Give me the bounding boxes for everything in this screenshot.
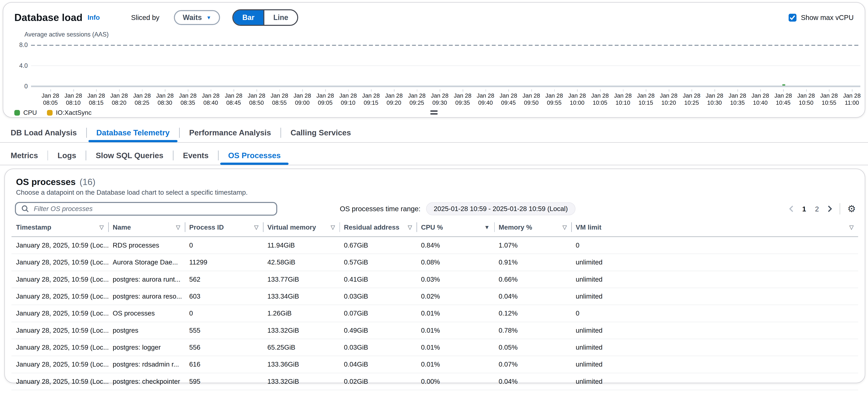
filter-os-processes-input[interactable] xyxy=(33,204,271,213)
column-filter-icon[interactable]: ▽ xyxy=(408,224,412,231)
table-cell: unlimited xyxy=(571,339,858,356)
table-cell: RDS processes xyxy=(108,237,185,254)
column-filter-icon[interactable]: ▽ xyxy=(331,224,335,231)
x-tick-label: Jan 2810:25 xyxy=(680,89,703,106)
table-cell: January 28, 2025, 10:59 (Loc... xyxy=(11,322,108,339)
x-tick-label: Jan 2809:45 xyxy=(497,89,520,106)
line-toggle-button[interactable]: Line xyxy=(264,10,297,25)
table-cell: 0.67GiB xyxy=(340,237,417,254)
legend-item[interactable]: IO:XactSync xyxy=(47,109,92,116)
table-cell: 556 xyxy=(185,339,263,356)
previous-page-button[interactable] xyxy=(785,204,798,214)
x-tick-label: Jan 2810:05 xyxy=(589,89,612,106)
subtab-os-processes[interactable]: OS Processes xyxy=(219,146,290,165)
table-cell: 603 xyxy=(185,288,263,305)
os-processes-card: OS processes (16) Choose a datapoint on … xyxy=(4,169,865,383)
next-page-button[interactable] xyxy=(823,204,836,214)
page-button-2[interactable]: 2 xyxy=(811,204,824,214)
filter-input-box[interactable] xyxy=(15,202,277,216)
x-tick-label: Jan 2808:40 xyxy=(199,89,222,106)
database-load-panel: Database load Info Sliced by Waits ▼ Bar… xyxy=(3,2,865,118)
main-tabs: DB Load AnalysisDatabase TelemetryPerfor… xyxy=(0,123,868,143)
checkbox-checked-icon[interactable] xyxy=(788,14,797,22)
table-cell: 0.78% xyxy=(494,322,571,339)
column-header-process-id[interactable]: Process ID▽ xyxy=(185,222,263,237)
tab-performance-analysis[interactable]: Performance Analysis xyxy=(180,123,280,142)
x-tick-label: Jan 2808:30 xyxy=(154,89,177,106)
x-tick-label: Jan 2809:30 xyxy=(428,89,451,106)
os-processes-header: OS processes (16) xyxy=(16,177,858,187)
table-cell: 0.01% xyxy=(416,305,494,322)
x-tick-label: Jan 2810:45 xyxy=(772,89,795,106)
column-filter-icon[interactable]: ▽ xyxy=(562,224,567,231)
page: Database load Info Sliced by Waits ▼ Bar… xyxy=(0,0,868,393)
bar-toggle-button[interactable]: Bar xyxy=(233,10,264,25)
x-tick-label: Jan 2810:30 xyxy=(703,89,726,106)
table-row[interactable]: January 28, 2025, 10:59 (Loc...RDS proce… xyxy=(11,237,858,254)
table-row[interactable]: January 28, 2025, 10:59 (Loc...postgres:… xyxy=(11,373,858,390)
tab-database-telemetry[interactable]: Database Telemetry xyxy=(87,123,179,142)
tab-db-load-analysis[interactable]: DB Load Analysis xyxy=(1,123,87,142)
time-range-label: OS processes time range: xyxy=(340,205,420,213)
table-row[interactable]: January 28, 2025, 10:59 (Loc...postgres:… xyxy=(11,390,858,393)
panel-title: Database load xyxy=(14,12,83,23)
table-cell: 0.01% xyxy=(416,322,494,339)
table-cell: 0.05% xyxy=(494,339,571,356)
column-header-timestamp[interactable]: Timestamp▽ xyxy=(11,222,108,237)
table-row[interactable]: January 28, 2025, 10:59 (Loc...postgres:… xyxy=(11,271,858,288)
table-cell: 0.04GiB xyxy=(340,356,417,373)
table-row[interactable]: January 28, 2025, 10:59 (Loc...Aurora St… xyxy=(11,254,858,271)
max-vcpu-dashed-line xyxy=(31,45,860,46)
subtab-metrics[interactable]: Metrics xyxy=(1,146,48,165)
column-filter-icon[interactable]: ▼ xyxy=(484,224,490,231)
table-row[interactable]: January 28, 2025, 10:59 (Loc...postgres5… xyxy=(11,322,858,339)
table-cell: January 28, 2025, 10:59 (Loc... xyxy=(11,288,108,305)
subtab-events[interactable]: Events xyxy=(174,146,218,165)
table-row[interactable]: January 28, 2025, 10:59 (Loc...OS proces… xyxy=(11,305,858,322)
page-button-1[interactable]: 1 xyxy=(798,204,811,214)
table-cell: 0.04% xyxy=(494,373,571,390)
column-header-name[interactable]: Name▽ xyxy=(108,222,185,237)
gear-icon[interactable]: ⚙ xyxy=(845,204,858,214)
x-tick-label: Jan 2811:00 xyxy=(840,89,863,106)
table-cell: postgres: backgroun... xyxy=(108,390,185,393)
x-tick-label: Jan 2810:55 xyxy=(818,89,841,106)
search-icon xyxy=(22,205,29,213)
table-cell: unlimited xyxy=(571,254,858,271)
resize-handle[interactable] xyxy=(428,109,440,116)
column-header-memory-[interactable]: Memory %▽ xyxy=(494,222,571,237)
database-load-chart[interactable]: 8.0 4.0 0 xyxy=(3,40,862,89)
subtab-logs[interactable]: Logs xyxy=(48,146,86,165)
column-header-virtual-memory[interactable]: Virtual memory▽ xyxy=(263,222,340,237)
legend-item[interactable]: CPU xyxy=(14,109,37,116)
column-filter-icon[interactable]: ▽ xyxy=(99,224,104,231)
x-tick-label: Jan 2810:10 xyxy=(612,89,634,106)
column-header-cpu-[interactable]: CPU %▼ xyxy=(416,222,494,237)
table-cell: 133.32GiB xyxy=(263,390,340,393)
table-cell: 133.77GiB xyxy=(263,271,340,288)
table-cell: postgres: checkpointer xyxy=(108,373,185,390)
subtab-slow-sql-queries[interactable]: Slow SQL Queries xyxy=(86,146,173,165)
x-tick-label: Jan 2809:20 xyxy=(382,89,405,106)
column-header-vm-limit[interactable]: VM limit▽ xyxy=(571,222,858,237)
column-filter-icon[interactable]: ▽ xyxy=(254,224,258,231)
tab-calling-services[interactable]: Calling Services xyxy=(281,123,361,142)
time-range-group: OS processes time range: 2025-01-28 10:5… xyxy=(340,202,576,215)
table-row[interactable]: January 28, 2025, 10:59 (Loc...postgres:… xyxy=(11,288,858,305)
table-row[interactable]: January 28, 2025, 10:59 (Loc...postgres:… xyxy=(11,339,858,356)
table-cell: 0.41GiB xyxy=(340,271,417,288)
table-cell: 11299 xyxy=(185,254,263,271)
telemetry-panel: MetricsLogsSlow SQL QueriesEventsOS Proc… xyxy=(0,146,868,165)
x-tick-label: Jan 2809:15 xyxy=(360,89,382,106)
column-header-residual-address[interactable]: Residual address▽ xyxy=(340,222,417,237)
table-row[interactable]: January 28, 2025, 10:59 (Loc...postgres:… xyxy=(11,356,858,373)
cpu-data-bar[interactable] xyxy=(782,84,785,86)
column-filter-icon[interactable]: ▽ xyxy=(176,224,180,231)
show-max-vcpu-checkbox[interactable]: Show max vCPU xyxy=(788,14,854,22)
x-tick-label: Jan 2809:35 xyxy=(451,89,474,106)
sliced-by-dropdown[interactable]: Waits ▼ xyxy=(174,10,220,25)
x-tick-label: Jan 2810:00 xyxy=(565,89,589,106)
x-tick-label: Jan 2809:00 xyxy=(291,89,314,106)
column-filter-icon[interactable]: ▽ xyxy=(849,224,854,231)
info-link[interactable]: Info xyxy=(88,14,100,21)
